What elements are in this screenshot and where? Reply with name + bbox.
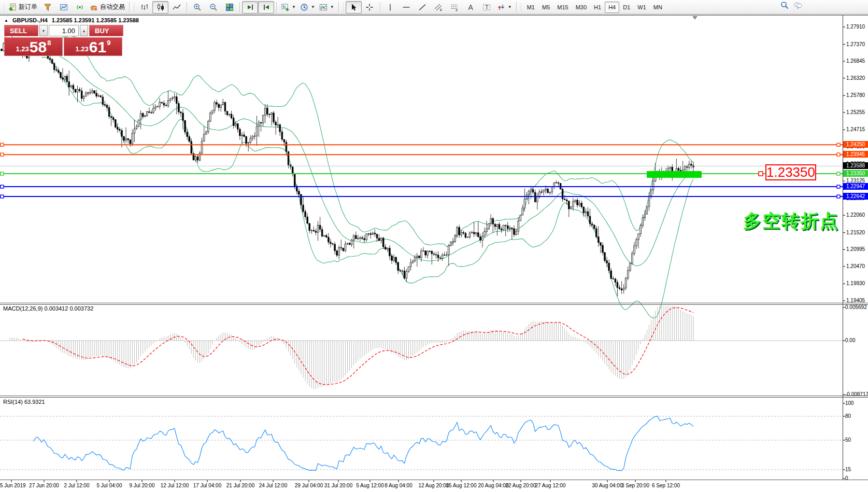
- chart-colors-button[interactable]: [39, 1, 55, 13]
- timeframe-MN[interactable]: MN: [650, 2, 666, 13]
- time-axis-label: 21 Jul 20:00: [226, 483, 255, 488]
- period-button[interactable]: ▼: [298, 1, 317, 13]
- time-axis-label: 20 Aug 04:00: [478, 483, 509, 488]
- cursor-button[interactable]: [346, 1, 362, 13]
- text-tool-button[interactable]: A: [463, 1, 479, 13]
- sell-price-display[interactable]: 1.23 58 8: [4, 37, 63, 56]
- vertical-line-button[interactable]: [382, 1, 399, 13]
- crosshair-button[interactable]: [362, 1, 378, 13]
- collapse-arrow-icon[interactable]: ▲: [4, 18, 8, 23]
- rsi-scale-label: 0: [845, 475, 848, 481]
- timeframe-M1[interactable]: M1: [523, 2, 538, 13]
- panel-separator[interactable]: [0, 396, 868, 396]
- panel-separator[interactable]: [0, 397, 868, 398]
- price-axis-label: 1.26320: [846, 75, 868, 81]
- crosshair-icon: [365, 3, 374, 11]
- timeframe-M15[interactable]: M15: [553, 2, 572, 13]
- horizontal-line-button[interactable]: [399, 1, 415, 13]
- dropdown-caret-icon: ▼: [508, 5, 512, 9]
- signals-button[interactable]: [72, 1, 88, 13]
- price-line-badge: 1.22642: [843, 193, 868, 200]
- chart-top-border: [0, 15, 868, 16]
- time-axis-label: 29 Jul 04:00: [295, 483, 323, 488]
- profiles-button[interactable]: [55, 1, 72, 13]
- buy-button[interactable]: BUY: [89, 25, 123, 36]
- new-chart-icon: [281, 3, 289, 11]
- zoom-out-button[interactable]: [205, 1, 221, 13]
- line-chart-button[interactable]: [168, 1, 184, 13]
- time-axis-label: 30 Aug 04:00: [592, 483, 623, 488]
- one-click-trading-panel: SELL ▼ ▲ BUY 1.23 58 8 1.23 61 9: [4, 25, 123, 56]
- time-axis-label: 12 Aug 20:00: [419, 483, 449, 488]
- time-axis-label: 24 Jul 12:00: [259, 483, 288, 488]
- tile-windows-icon: [225, 3, 234, 11]
- panel-separator[interactable]: [0, 304, 868, 305]
- search-icon[interactable]: [780, 1, 789, 9]
- timeframe-H4[interactable]: H4: [605, 2, 619, 13]
- timeframe-toolbar: M1M5M15M30H1H4D1W1MN: [523, 2, 666, 13]
- fibonacci-button[interactable]: F: [447, 1, 463, 13]
- time-axis-label: 9 Jul 20:00: [130, 483, 155, 488]
- auto-scroll-button[interactable]: [258, 1, 274, 13]
- toolbar-grip[interactable]: [3, 3, 5, 12]
- sell-price-main: 58: [30, 39, 47, 55]
- zoom-out-icon: [209, 3, 218, 11]
- svg-text:T: T: [485, 4, 489, 10]
- volume-increase-button[interactable]: ▲: [80, 25, 88, 36]
- chart-shift-button[interactable]: [242, 1, 258, 13]
- price-axis-label: 1.19405: [846, 298, 868, 303]
- rsi-scale-label: 15: [845, 467, 851, 472]
- candlestick-chart-button[interactable]: [152, 1, 168, 13]
- timeframe-D1[interactable]: D1: [619, 2, 634, 13]
- toolbar-grip[interactable]: [133, 3, 135, 12]
- clock-icon: [300, 3, 308, 11]
- symbol-header: ▲ GBPUSD-,H4 1.23585 1.23591 1.23585 1.2…: [4, 17, 139, 23]
- timeframe-M30[interactable]: M30: [572, 2, 590, 13]
- timeframe-H1[interactable]: H1: [590, 2, 605, 13]
- buy-price-display[interactable]: 1.23 61 9: [64, 37, 122, 56]
- new-order-label: 新订单: [19, 3, 37, 11]
- time-axis-label: 5 Jul 04:00: [97, 483, 122, 488]
- macd-scale-label: 0.005692: [845, 304, 867, 310]
- price-axis-label: 1.24715: [846, 126, 868, 132]
- arrow-objects-icon: [497, 3, 505, 11]
- chat-icon[interactable]: [794, 1, 802, 9]
- timeframe-W1[interactable]: W1: [634, 2, 650, 13]
- time-axis-label: 27 Jun 20:00: [29, 483, 59, 488]
- rsi-scale-label: 50: [845, 437, 851, 443]
- new-chart-button[interactable]: ▼: [279, 1, 298, 13]
- toolbar-grip[interactable]: [343, 3, 344, 12]
- price-line-badge: 1.23350: [843, 170, 868, 177]
- price-axis-label: 1.20470: [846, 263, 868, 269]
- arrows-button[interactable]: ▼: [495, 1, 514, 13]
- autotrade-label: 自动交易: [100, 3, 125, 11]
- indicators-button[interactable]: ▼: [317, 1, 336, 13]
- sell-button[interactable]: SELL: [4, 25, 38, 36]
- tile-windows-button[interactable]: [221, 1, 237, 13]
- chart-annotation-text[interactable]: 多空转折点: [743, 209, 839, 233]
- panel-separator[interactable]: [0, 303, 868, 303]
- price-axis-label: 1.25255: [846, 109, 868, 115]
- fibonacci-icon: F: [450, 3, 459, 11]
- toolbar-separator: [516, 2, 517, 12]
- text-label-button[interactable]: T: [479, 1, 495, 13]
- bar-chart-button[interactable]: [136, 1, 152, 13]
- volume-decrease-button[interactable]: ▼: [39, 25, 48, 36]
- profiles-icon: [60, 3, 68, 11]
- toolbar-separator: [380, 2, 380, 12]
- price-chart-canvas[interactable]: [0, 0, 868, 492]
- timeframe-M5[interactable]: M5: [538, 2, 553, 13]
- toolbar-grip[interactable]: [520, 3, 522, 12]
- time-axis-label: 22 Aug 20:00: [506, 483, 536, 488]
- price-axis-label: 1.27370: [846, 41, 868, 47]
- price-label-object[interactable]: 1.23350: [765, 164, 816, 180]
- autotrade-icon: [90, 3, 98, 11]
- channel-button[interactable]: E: [431, 1, 447, 13]
- volume-input[interactable]: [49, 25, 79, 36]
- buy-price-pip: 9: [107, 39, 110, 47]
- new-order-button[interactable]: 新订单: [6, 1, 39, 13]
- zoom-in-button[interactable]: [189, 1, 205, 13]
- trendline-button[interactable]: [415, 1, 431, 13]
- autotrade-button[interactable]: 自动交易: [88, 1, 127, 13]
- main-toolbar: 新订单 自动交易: [0, 0, 868, 15]
